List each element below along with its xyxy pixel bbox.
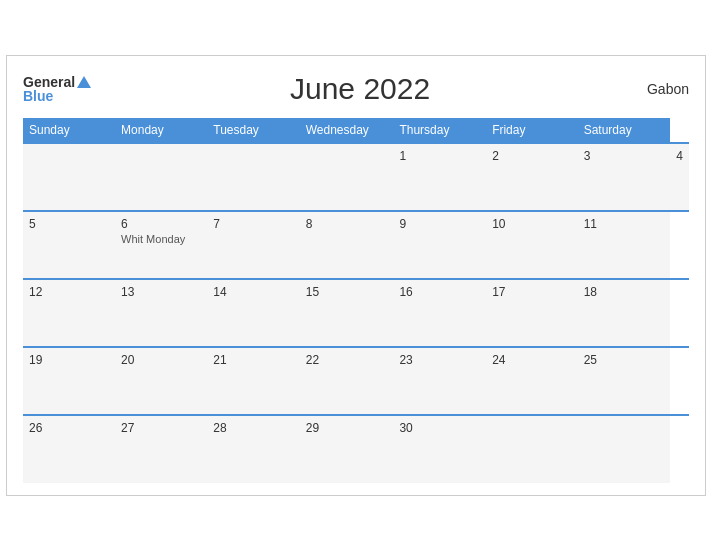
- empty-cell: [300, 143, 394, 211]
- day-number: 7: [213, 217, 293, 231]
- day-cell-29: 29: [300, 415, 394, 483]
- day-cell-25: 25: [578, 347, 671, 415]
- day-number: 9: [399, 217, 480, 231]
- day-number: 20: [121, 353, 201, 367]
- day-cell-14: 14: [207, 279, 299, 347]
- day-number: 17: [492, 285, 572, 299]
- empty-cell: [578, 415, 671, 483]
- day-number: 29: [306, 421, 388, 435]
- day-number: 3: [584, 149, 665, 163]
- day-cell-10: 10: [486, 211, 578, 279]
- day-cell-23: 23: [393, 347, 486, 415]
- day-cell-26: 26: [23, 415, 115, 483]
- logo: General Blue: [23, 75, 91, 103]
- day-number: 15: [306, 285, 388, 299]
- day-number: 1: [399, 149, 480, 163]
- day-number: 6: [121, 217, 201, 231]
- day-number: 14: [213, 285, 293, 299]
- week-row-4: 2627282930: [23, 415, 689, 483]
- week-row-0: 1234: [23, 143, 689, 211]
- day-cell-30: 30: [393, 415, 486, 483]
- day-cell-1: 1: [393, 143, 486, 211]
- calendar-thead: SundayMondayTuesdayWednesdayThursdayFrid…: [23, 118, 689, 143]
- day-cell-19: 19: [23, 347, 115, 415]
- day-cell-12: 12: [23, 279, 115, 347]
- weekday-header-row: SundayMondayTuesdayWednesdayThursdayFrid…: [23, 118, 689, 143]
- day-number: 30: [399, 421, 480, 435]
- day-cell-4: 4: [670, 143, 689, 211]
- calendar-grid: SundayMondayTuesdayWednesdayThursdayFrid…: [23, 118, 689, 483]
- day-number: 25: [584, 353, 665, 367]
- logo-general: General: [23, 75, 91, 89]
- day-cell-6: 6Whit Monday: [115, 211, 207, 279]
- empty-cell: [486, 415, 578, 483]
- day-number: 28: [213, 421, 293, 435]
- calendar-container: General Blue June 2022 Gabon SundayMonda…: [6, 55, 706, 496]
- day-cell-11: 11: [578, 211, 671, 279]
- day-cell-5: 5: [23, 211, 115, 279]
- day-cell-20: 20: [115, 347, 207, 415]
- calendar-title: June 2022: [91, 72, 629, 106]
- weekday-header-tuesday: Tuesday: [207, 118, 299, 143]
- country-name: Gabon: [629, 81, 689, 97]
- day-cell-7: 7: [207, 211, 299, 279]
- week-row-3: 19202122232425: [23, 347, 689, 415]
- day-number: 24: [492, 353, 572, 367]
- weekday-header-monday: Monday: [115, 118, 207, 143]
- calendar-header: General Blue June 2022 Gabon: [23, 72, 689, 106]
- day-number: 22: [306, 353, 388, 367]
- day-cell-2: 2: [486, 143, 578, 211]
- day-number: 18: [584, 285, 665, 299]
- day-number: 27: [121, 421, 201, 435]
- day-cell-21: 21: [207, 347, 299, 415]
- day-number: 10: [492, 217, 572, 231]
- week-row-1: 56Whit Monday7891011: [23, 211, 689, 279]
- day-number: 16: [399, 285, 480, 299]
- day-cell-17: 17: [486, 279, 578, 347]
- calendar-body: 123456Whit Monday78910111213141516171819…: [23, 143, 689, 483]
- empty-cell: [23, 143, 115, 211]
- day-cell-13: 13: [115, 279, 207, 347]
- weekday-header-wednesday: Wednesday: [300, 118, 394, 143]
- day-cell-28: 28: [207, 415, 299, 483]
- day-cell-8: 8: [300, 211, 394, 279]
- day-number: 11: [584, 217, 665, 231]
- logo-blue-text: Blue: [23, 89, 91, 103]
- empty-cell: [207, 143, 299, 211]
- day-number: 5: [29, 217, 109, 231]
- logo-general-text: General: [23, 75, 75, 89]
- day-number: 26: [29, 421, 109, 435]
- day-number: 23: [399, 353, 480, 367]
- weekday-header-sunday: Sunday: [23, 118, 115, 143]
- day-number: 21: [213, 353, 293, 367]
- day-cell-15: 15: [300, 279, 394, 347]
- day-cell-27: 27: [115, 415, 207, 483]
- day-cell-24: 24: [486, 347, 578, 415]
- week-row-2: 12131415161718: [23, 279, 689, 347]
- day-number: 12: [29, 285, 109, 299]
- day-cell-22: 22: [300, 347, 394, 415]
- day-number: 4: [676, 149, 683, 163]
- day-number: 8: [306, 217, 388, 231]
- day-number: 19: [29, 353, 109, 367]
- weekday-header-thursday: Thursday: [393, 118, 486, 143]
- day-number: 13: [121, 285, 201, 299]
- day-number: 2: [492, 149, 572, 163]
- day-cell-9: 9: [393, 211, 486, 279]
- day-event: Whit Monday: [121, 233, 201, 245]
- logo-triangle-icon: [77, 76, 91, 88]
- day-cell-16: 16: [393, 279, 486, 347]
- day-cell-3: 3: [578, 143, 671, 211]
- empty-cell: [115, 143, 207, 211]
- day-cell-18: 18: [578, 279, 671, 347]
- weekday-header-saturday: Saturday: [578, 118, 671, 143]
- weekday-header-friday: Friday: [486, 118, 578, 143]
